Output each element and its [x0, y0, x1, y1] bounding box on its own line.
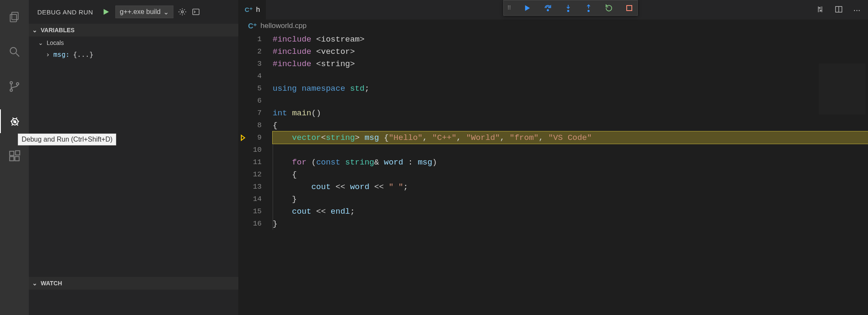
- line-number: 11: [239, 156, 273, 168]
- ellipsis-icon: ···: [853, 5, 860, 14]
- svg-point-4: [10, 82, 13, 84]
- extensions-icon: [8, 150, 21, 162]
- breadcrumb-file: helloworld.cpp: [260, 22, 307, 30]
- stop-icon: [626, 5, 633, 11]
- editor-actions: ···: [816, 0, 868, 20]
- svg-point-2: [10, 47, 17, 54]
- current-line-glyph: [239, 131, 248, 144]
- continue-icon: [524, 4, 531, 12]
- line-number: 4: [239, 70, 273, 82]
- chevron-down-icon: ⌄: [38, 39, 43, 46]
- line-number: 13: [239, 181, 273, 193]
- chevron-right-icon: ›: [46, 50, 50, 59]
- restart-icon: [605, 4, 613, 12]
- svg-rect-19: [627, 6, 632, 11]
- line-number: 8: [239, 119, 273, 131]
- line-number: 5: [239, 82, 273, 95]
- sidebar-header: Debug and Run g++.exe build ⌄: [29, 0, 238, 24]
- restart-button[interactable]: [604, 3, 614, 13]
- code-line: [273, 144, 868, 156]
- debug-tooltip: Debug and Run (Ctrl+Shift+D): [18, 134, 116, 145]
- svg-point-6: [17, 83, 19, 85]
- svg-rect-12: [15, 156, 19, 161]
- more-actions-button[interactable]: ···: [853, 5, 860, 15]
- debug-config-label: g++.exe build: [120, 8, 161, 16]
- code-line-current: vector<string> msg {"Hello", "C++", "Wor…: [273, 131, 868, 144]
- variable-name: msg:: [53, 50, 70, 59]
- code-lines: #include <iostream> #include <vector> #i…: [273, 32, 868, 315]
- step-out-button[interactable]: [584, 3, 593, 13]
- code-line: #include <iostream>: [273, 33, 868, 45]
- line-number: 2: [239, 45, 273, 58]
- step-into-button[interactable]: [564, 3, 573, 13]
- line-number: 1: [239, 33, 273, 45]
- sidebar-title: Debug and Run: [35, 8, 93, 16]
- code-editor[interactable]: 1 2 3 4 5 6 7 8 9 10 11 12 13 14 15 16 #…: [239, 32, 868, 315]
- code-line: [273, 70, 868, 82]
- variable-row[interactable]: › msg: {...}: [29, 49, 238, 60]
- code-line: cout << endl;: [273, 205, 868, 217]
- play-icon: [102, 8, 110, 16]
- svg-point-18: [588, 10, 589, 11]
- start-debug-button[interactable]: [101, 7, 111, 17]
- editor-tab[interactable]: C⁺ h: [239, 0, 266, 20]
- files-icon: [8, 11, 21, 23]
- locals-label: Locals: [47, 39, 64, 46]
- debug-sidebar: Debug and Run g++.exe build ⌄ ⌄ VARIABLE…: [29, 0, 239, 315]
- code-line: using namespace std;: [273, 82, 868, 95]
- svg-rect-11: [10, 156, 14, 161]
- compare-changes-button[interactable]: [816, 5, 824, 15]
- tab-filename: h: [256, 6, 260, 14]
- debug-config-select[interactable]: g++.exe build ⌄: [115, 6, 173, 18]
- toolbar-drag-handle[interactable]: ⠿: [507, 5, 512, 11]
- cpp-file-icon: C⁺: [248, 22, 257, 31]
- activity-bar: Debug and Run (Ctrl+Shift+D): [0, 0, 29, 315]
- svg-point-14: [181, 11, 183, 13]
- line-number: 15: [239, 205, 273, 217]
- code-line: #include <vector>: [273, 45, 868, 58]
- chevron-down-icon: ⌄: [163, 8, 169, 16]
- svg-point-16: [547, 9, 548, 11]
- code-line: #include <string>: [273, 58, 868, 70]
- activity-extensions[interactable]: [0, 144, 29, 168]
- activity-debug[interactable]: [0, 109, 29, 133]
- continue-button[interactable]: [523, 3, 532, 13]
- minimap[interactable]: [819, 64, 865, 114]
- chevron-down-icon: ⌄: [32, 27, 37, 33]
- code-line: }: [273, 193, 868, 205]
- code-line: for (const string& word : msg): [273, 156, 868, 168]
- line-number: 10: [239, 144, 273, 156]
- gear-icon: [178, 8, 187, 16]
- debug-pointer-icon: [240, 134, 247, 141]
- locals-scope-header[interactable]: ⌄ Locals: [29, 36, 238, 49]
- cpp-file-icon: C⁺: [245, 6, 253, 14]
- line-number: 12: [239, 168, 273, 181]
- svg-rect-15: [193, 9, 199, 14]
- step-over-button[interactable]: [543, 3, 553, 13]
- debug-toolbar[interactable]: ⠿: [503, 0, 638, 16]
- activity-search[interactable]: [0, 40, 29, 64]
- variable-value: {...}: [73, 50, 93, 59]
- activity-explorer[interactable]: [0, 5, 29, 29]
- breadcrumb[interactable]: C⁺ helloworld.cpp: [239, 20, 868, 32]
- line-number-gutter: 1 2 3 4 5 6 7 8 9 10 11 12 13 14 15 16: [239, 32, 273, 315]
- code-line: {: [273, 119, 868, 131]
- gear-button[interactable]: [178, 7, 187, 17]
- search-icon: [8, 45, 21, 58]
- split-icon: [835, 5, 843, 14]
- svg-point-5: [10, 89, 13, 92]
- watch-section-header[interactable]: ⌄ WATCH: [29, 277, 238, 290]
- code-line: [273, 95, 868, 107]
- activity-scm[interactable]: [0, 75, 29, 98]
- debug-console-button[interactable]: [191, 7, 201, 17]
- svg-rect-10: [10, 151, 14, 156]
- svg-point-17: [567, 10, 569, 11]
- svg-rect-1: [10, 14, 17, 22]
- code-line: int main(): [273, 107, 868, 119]
- variables-section-header[interactable]: ⌄ VARIABLES: [29, 24, 238, 36]
- stop-button[interactable]: [625, 3, 634, 13]
- line-number: 6: [239, 95, 273, 107]
- code-line: {: [273, 168, 868, 181]
- code-line: cout << word << " ";: [273, 181, 868, 193]
- split-editor-button[interactable]: [835, 5, 843, 15]
